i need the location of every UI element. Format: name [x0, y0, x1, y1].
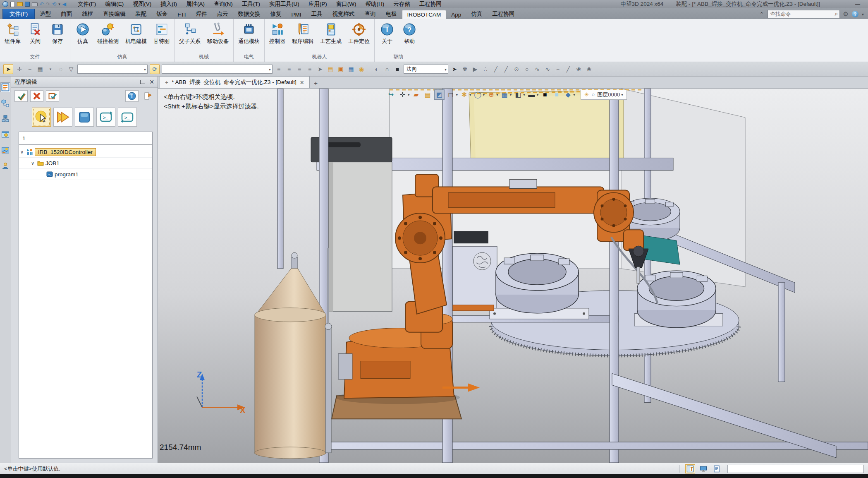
monitor-caret-icon[interactable]: ▾: [537, 93, 539, 97]
tree-label-controller[interactable]: IRB_1520IDController: [35, 148, 96, 156]
tab-file[interactable]: 文件(F): [2, 9, 35, 19]
minimize-window-button[interactable]: —: [851, 1, 864, 7]
tree-node-controller[interactable]: ∨ IRB_1520IDController: [19, 147, 152, 158]
panel-close-icon[interactable]: ✕: [149, 79, 154, 85]
workpiece-ring-right[interactable]: [637, 271, 716, 327]
status-panel-toggle-icon[interactable]: [685, 464, 695, 473]
align-icon-2[interactable]: ≡: [285, 66, 293, 72]
apply-edit-button[interactable]: [46, 90, 59, 102]
monitor-display-icon[interactable]: ▬: [526, 89, 537, 100]
confirm-button[interactable]: [14, 90, 28, 102]
btn-about[interactable]: i 关于: [376, 21, 398, 47]
cursor2-icon[interactable]: ➤: [450, 66, 459, 72]
viewport-canvas[interactable]: Z X: [158, 89, 868, 463]
lasso-select-icon[interactable]: ◌: [57, 66, 65, 72]
bearing-view-icon[interactable]: ◯: [473, 89, 483, 100]
align-icon-3[interactable]: ≡: [295, 66, 304, 72]
refresh-icon[interactable]: ⟲: [52, 2, 56, 7]
normal-mode-dropdown[interactable]: 法向▾: [404, 65, 448, 74]
tab-visualize[interactable]: 视觉样式: [328, 9, 360, 19]
btn-close-file[interactable]: 关闭: [24, 21, 46, 47]
program-row-header[interactable]: 1: [19, 132, 153, 145]
dock-role-manager-icon[interactable]: [0, 161, 10, 171]
section-view-icon[interactable]: ◧: [513, 89, 523, 100]
btn-gantt[interactable]: 甘特图: [151, 21, 172, 47]
btn-component-library[interactable]: 组件库: [2, 21, 24, 47]
points-icon[interactable]: ∴: [481, 66, 490, 72]
selection-filter-dropdown[interactable]: ▾: [77, 65, 148, 74]
tab-freeform[interactable]: 曲面: [56, 9, 77, 19]
layer-caret-icon[interactable]: ▾: [621, 93, 623, 97]
btn-program-edit[interactable]: 程序编辑: [289, 21, 316, 47]
add-entity-icon[interactable]: ✛: [15, 66, 24, 72]
tab-wireframe[interactable]: 线框: [77, 9, 98, 19]
tab-simulation[interactable]: 仿真: [466, 9, 487, 19]
image-capture-icon[interactable]: ▦: [500, 89, 510, 100]
arc3-icon[interactable]: ⌢: [554, 66, 562, 73]
btn-help[interactable]: ? 帮助: [399, 21, 420, 47]
color-swatch-icon[interactable]: ■: [551, 89, 562, 100]
status-input-field[interactable]: [727, 465, 864, 473]
select-cursor-icon[interactable]: ➤: [3, 64, 13, 74]
menu-item-insert[interactable]: 插入(I): [156, 0, 181, 8]
spline-icon-1[interactable]: ∿: [533, 66, 541, 72]
expand-caret-icon[interactable]: ∨: [19, 149, 25, 155]
btn-workpiece-locate[interactable]: 工件定位: [345, 21, 373, 47]
menu-item-file[interactable]: 文件(F): [74, 0, 100, 8]
display-caret-icon[interactable]: ▾: [456, 93, 458, 97]
panel-restore-icon[interactable]: [140, 80, 145, 84]
expand-caret-icon[interactable]: ∨: [30, 161, 36, 166]
tree-label-program[interactable]: program1: [55, 171, 79, 178]
play-button[interactable]: [53, 108, 72, 127]
status-monitor-icon[interactable]: [698, 464, 708, 473]
tab-assembly[interactable]: 装配: [130, 9, 151, 19]
pan-icon[interactable]: ✛: [397, 89, 408, 100]
document-tab[interactable]: + * ABB_焊接_变位机_命令完成一优化.Z3 - [Default] ✕: [160, 76, 310, 88]
wireframe-display-icon[interactable]: ◻: [446, 89, 456, 100]
fillet-icon-1[interactable]: ❀: [574, 66, 583, 72]
settings-gear-icon[interactable]: ⚙: [843, 10, 849, 18]
align-icon-1[interactable]: ≡: [275, 66, 283, 72]
menu-item-applications[interactable]: 应用(P): [304, 0, 331, 8]
tab-data-exchange[interactable]: 数据交换: [233, 9, 265, 19]
command-search-input[interactable]: [768, 10, 840, 18]
btn-save[interactable]: 保存: [47, 21, 68, 47]
line-icon-2[interactable]: ╱: [502, 66, 510, 72]
info-button[interactable]: i: [125, 90, 139, 102]
tab-weldment[interactable]: 焊件: [191, 9, 212, 19]
arc-icon[interactable]: ∩: [383, 66, 391, 72]
btn-mechatronics[interactable]: 机电建模: [122, 21, 150, 47]
save-file-icon[interactable]: [25, 2, 30, 7]
layer-selector[interactable]: ☀ ○ 图层0000 ▾: [581, 90, 627, 100]
datum-target-icon[interactable]: ⊕: [486, 89, 496, 100]
tree-node-program[interactable]: >_ program1: [19, 169, 152, 180]
viewport[interactable]: Z X <单击右键>环境相关选项. <Shift +鼠标右键>显示选择过滤器. …: [158, 89, 868, 463]
undo-icon[interactable]: ↶: [40, 2, 44, 7]
new-tab-button[interactable]: +: [310, 77, 322, 88]
play-small-icon[interactable]: ▶: [471, 66, 479, 72]
btn-collision-detect[interactable]: 碰撞检测: [94, 21, 122, 47]
appearance-caret-icon[interactable]: ▾: [469, 93, 471, 97]
doc-orange-icon[interactable]: ▣: [337, 66, 345, 72]
segment-icon[interactable]: ╱: [564, 66, 572, 72]
remove-entity-icon[interactable]: −: [26, 66, 34, 72]
quick-access-caret-icon[interactable]: ▾: [58, 2, 60, 6]
collapse-ribbon-icon[interactable]: ⌃: [760, 11, 764, 17]
tab-direct-edit[interactable]: 直接编辑: [98, 9, 130, 19]
btn-parent-child[interactable]: 父子关系: [176, 21, 203, 47]
material-caret-icon[interactable]: ▾: [573, 93, 575, 97]
print-icon[interactable]: [32, 2, 38, 6]
menu-item-view[interactable]: 视图(V): [129, 0, 155, 8]
bom-box-icon[interactable]: ▤: [423, 89, 433, 100]
menu-item-help[interactable]: 帮助(H): [361, 0, 388, 8]
loop-forward-button[interactable]: >_: [96, 108, 115, 127]
list-gold-icon[interactable]: ▤: [326, 66, 335, 72]
entity-list-dropdown[interactable]: ▾: [162, 65, 273, 74]
loop-back-button[interactable]: >_: [118, 108, 137, 127]
tab-point-cloud[interactable]: 点云: [212, 9, 233, 19]
material-icon[interactable]: ◆: [563, 89, 573, 100]
image-caret-icon[interactable]: ▾: [510, 93, 512, 97]
pick-icon[interactable]: ➤: [316, 66, 324, 72]
export-button[interactable]: [141, 90, 154, 102]
circle-center-icon[interactable]: ⊙: [512, 66, 521, 72]
